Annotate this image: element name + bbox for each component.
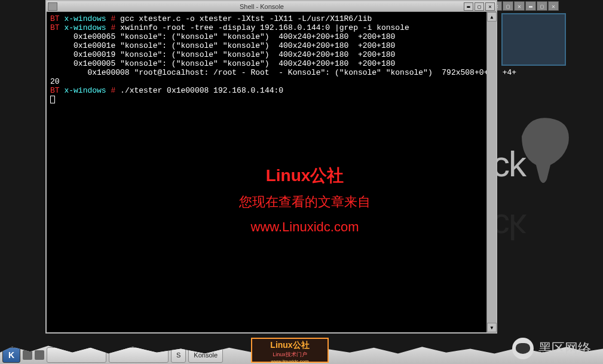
scroll-down-icon[interactable]: ▼ bbox=[487, 323, 497, 332]
dragon-icon bbox=[507, 108, 579, 191]
minimize-button[interactable]: ▬ bbox=[464, 2, 473, 11]
taskbar-quicklaunch-icon[interactable] bbox=[23, 350, 32, 360]
control-btn[interactable]: ▢ bbox=[537, 1, 547, 11]
taskbar-quicklaunch-icon[interactable] bbox=[35, 350, 44, 360]
window-titlebar[interactable]: Shell - Konsole ▬ ▢ ✕ bbox=[47, 1, 496, 12]
heiqu-icon bbox=[512, 338, 534, 359]
konsole-window: Shell - Konsole ▬ ▢ ✕ BT x-windows # gcc… bbox=[45, 0, 497, 334]
window-menu-icon[interactable] bbox=[48, 2, 57, 11]
desktop-pager[interactable] bbox=[501, 13, 566, 66]
control-btn[interactable]: ✕ bbox=[548, 1, 559, 11]
terminal-output[interactable]: BT x-windows # gcc xtester.c -o xtester … bbox=[47, 12, 496, 332]
terminal-cursor bbox=[50, 96, 55, 103]
window-title: Shell - Konsole bbox=[60, 3, 464, 10]
linux-badge: Linux公社 Linux技术门户 www.linuxidc.com bbox=[251, 338, 329, 363]
close-button[interactable]: ✕ bbox=[485, 2, 495, 11]
scroll-up-icon[interactable]: ▲ bbox=[487, 12, 497, 22]
control-btn[interactable]: ▬ bbox=[525, 1, 536, 11]
scrollbar-thumb[interactable] bbox=[487, 12, 496, 332]
maximize-button[interactable]: ▢ bbox=[475, 2, 484, 11]
heiqu-watermark: 黑区网络 bbox=[512, 338, 591, 359]
control-btn[interactable]: ✕ bbox=[514, 1, 525, 11]
desktop-window-controls: ✕ ▢ ✕ ▬ ▢ ✕ bbox=[491, 1, 559, 11]
control-btn[interactable]: ▢ bbox=[503, 1, 513, 11]
terminal-scrollbar[interactable]: ▲ ▼ bbox=[486, 12, 496, 332]
